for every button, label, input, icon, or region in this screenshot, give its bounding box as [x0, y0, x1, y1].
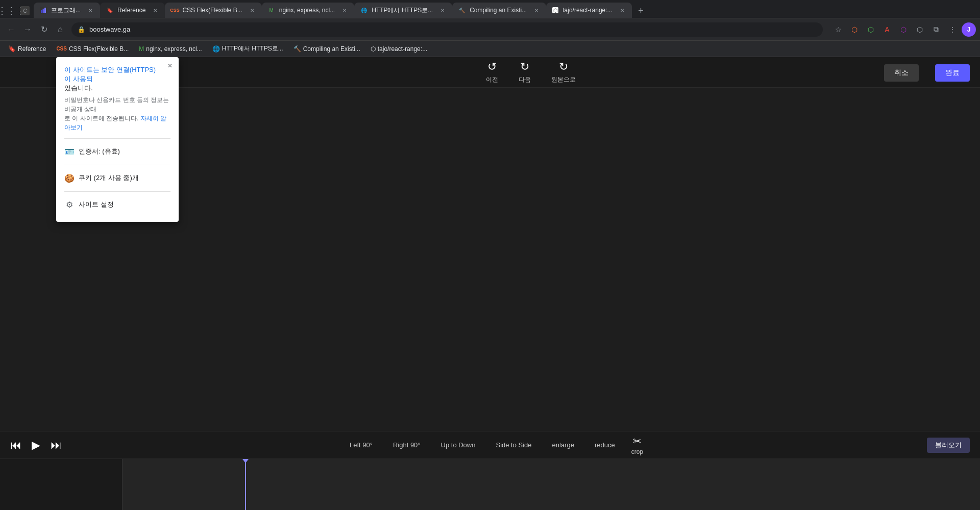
extension3-icon[interactable]: A: [880, 22, 894, 37]
tab-close-reference[interactable]: ✕: [152, 7, 159, 14]
bookmark-tajo[interactable]: ⬡ tajo/react-range:...: [366, 43, 431, 55]
popup-description: 비밀번호나 신용카드 번호 등의 정보는 비공개 상태 로 이 사이트에 전송됩…: [64, 95, 170, 132]
menu-icon[interactable]: ⋮: [945, 22, 960, 37]
svg-rect-3: [44, 8, 46, 13]
tab-close-nginx[interactable]: ✕: [341, 7, 348, 14]
bookmark-https[interactable]: 🌐 HTTP에서 HTTPS로...: [208, 42, 287, 55]
security-lock-icon[interactable]: 🔒: [78, 26, 85, 33]
playback-speed-button[interactable]: 블러오기: [927, 438, 970, 453]
bookmark-reference-icon: 🔖: [8, 45, 16, 53]
profile-avatar[interactable]: J: [962, 22, 976, 37]
tab-compiling[interactable]: 🔨 Compiling an Existi... ✕: [452, 3, 546, 18]
player-right: 블러오기: [927, 438, 970, 453]
timeline: [0, 459, 980, 510]
tab-favicon-reference: 🔖: [106, 7, 113, 14]
popup-site-settings-label: 사이트 설정: [79, 200, 170, 209]
timeline-track[interactable]: [122, 459, 980, 510]
next-control[interactable]: ↻ 다음: [519, 60, 531, 84]
skip-forward-button[interactable]: ⏭: [51, 439, 62, 452]
url-display: boostwave.ga: [89, 26, 817, 33]
prev-icon: ↺: [487, 60, 497, 73]
cookie-icon: 🍪: [64, 173, 75, 183]
editor-tools: Left 90° Right 90° Up to Down Side to Si…: [62, 435, 927, 455]
bookmark-nginx[interactable]: M nginx, express, ncl...: [135, 43, 206, 55]
apps-icon[interactable]: ⋮⋮⋮: [4, 4, 18, 18]
toolbar: ← → ↻ ⌂ 🔒 boostwave.ga ☆ ⬡ ⬡ A ⬡ ⬡ ⧉ ⋮ J: [0, 18, 980, 41]
extension4-icon[interactable]: ⬡: [896, 22, 911, 37]
extensions-icon[interactable]: ⧉: [929, 22, 943, 37]
side-to-side-tool[interactable]: Side to Side: [492, 439, 535, 451]
bookmark-icon[interactable]: ☆: [831, 22, 845, 37]
tab-label-nginx: nginx, express, ncl...: [279, 7, 335, 14]
prev-control[interactable]: ↺ 이전: [486, 60, 498, 84]
bookmark-reference[interactable]: 🔖 Reference: [4, 43, 50, 55]
svg-rect-1: [41, 10, 42, 13]
popup-divider-1: [64, 138, 170, 139]
tab-css[interactable]: CSS CSS Flex(Flexible B... ✕: [165, 3, 261, 18]
play-pause-button[interactable]: ▶: [32, 439, 40, 452]
content-area: ↺ 이전 ↻ 다음 ↻ 원본으로 취소 완료 ✕ 이 사이트는 보안 연결(HT…: [0, 57, 980, 510]
reload-button[interactable]: ↻: [37, 22, 51, 37]
tab-favicon-compiling: 🔨: [458, 7, 465, 14]
tab-close-programs[interactable]: ✕: [87, 7, 94, 14]
popup-cookie-item[interactable]: 🍪 쿠키 (2개 사용 중)개: [64, 169, 170, 187]
enlarge-tool[interactable]: enlarge: [548, 439, 578, 451]
bookmark-nginx-icon: M: [139, 45, 144, 53]
tab-close-https[interactable]: ✕: [439, 7, 446, 14]
bookmark-css[interactable]: CSS CSS Flex(Flexible B...: [52, 43, 133, 55]
up-to-down-tool[interactable]: Up to Down: [437, 439, 480, 451]
settings-icon: ⚙: [64, 200, 75, 210]
extension5-icon[interactable]: ⬡: [913, 22, 927, 37]
cancel-button[interactable]: 취소: [884, 64, 919, 82]
next-icon: ↻: [520, 60, 529, 73]
bookmark-compiling-label: Compiling an Existi...: [303, 45, 360, 53]
bookmark-nginx-label: nginx, express, ncl...: [146, 45, 202, 53]
bookmark-compiling-icon: 🔨: [293, 45, 301, 53]
extension2-icon[interactable]: ⬡: [864, 22, 878, 37]
next-label: 다음: [519, 75, 531, 84]
original-control[interactable]: ↻ 원본으로: [551, 60, 576, 84]
tab-close-tajo[interactable]: ✕: [619, 7, 626, 14]
tab-reference[interactable]: 🔖 Reference ✕: [100, 3, 165, 18]
skip-back-button[interactable]: ⏮: [10, 439, 21, 452]
tab-close-compiling[interactable]: ✕: [533, 7, 540, 14]
bookmark-https-icon: 🌐: [212, 45, 220, 53]
tab-https[interactable]: 🌐 HTTP에서 HTTPS로... ✕: [354, 3, 452, 18]
tab-programs[interactable]: 프로그래... ✕: [34, 3, 100, 18]
bookmark-compiling[interactable]: 🔨 Compiling an Existi...: [289, 43, 364, 55]
tab-close-css[interactable]: ✕: [249, 7, 256, 14]
forward-button[interactable]: →: [20, 22, 35, 37]
crop-tool[interactable]: ✂ crop: [631, 435, 643, 455]
extension1-icon[interactable]: ⬡: [847, 22, 862, 37]
bookmark-reference-label: Reference: [18, 45, 46, 53]
bookmark-css-label: CSS Flex(Flexible B...: [69, 45, 129, 53]
omnibar[interactable]: 🔒 boostwave.ga: [71, 22, 823, 37]
bookmark-tajo-icon: ⬡: [371, 45, 376, 53]
popup-header: 이 사이트는 보안 연결(HTTPS)이 사용되 었습니다.: [64, 65, 170, 93]
prev-label: 이전: [486, 75, 498, 84]
left90-tool[interactable]: Left 90°: [346, 439, 377, 451]
original-label: 원본으로: [551, 75, 576, 84]
tab-tajo[interactable]: ⬡ tajo/react-range:... ✕: [546, 3, 631, 18]
tab-nginx[interactable]: M nginx, express, ncl... ✕: [262, 3, 354, 18]
popup-site-settings-item[interactable]: ⚙ 사이트 설정: [64, 196, 170, 214]
right90-tool[interactable]: Right 90°: [389, 439, 425, 451]
reduce-tool[interactable]: reduce: [591, 439, 619, 451]
cert-icon: 🪪: [64, 147, 75, 157]
popup-close-button[interactable]: ✕: [165, 61, 175, 70]
popup-header-line2: 었습니다.: [64, 84, 93, 92]
crop-label: crop: [631, 448, 643, 455]
home-button[interactable]: ⌂: [53, 22, 67, 37]
tab-label-css: CSS Flex(Flexible B...: [182, 7, 242, 14]
original-icon: ↻: [559, 60, 568, 73]
done-button[interactable]: 완료: [935, 64, 970, 82]
popup-divider-2: [64, 165, 170, 165]
tab-favicon-tajo: ⬡: [552, 7, 558, 13]
popup-cert-item[interactable]: 🪪 인증서: (유효): [64, 143, 170, 161]
chrome-icon: C: [20, 6, 30, 15]
new-tab-button[interactable]: +: [634, 4, 648, 18]
back-button[interactable]: ←: [4, 22, 18, 37]
crop-icon: ✂: [633, 435, 642, 447]
bookmark-https-label: HTTP에서 HTTPS로...: [222, 44, 283, 53]
popup-cookie-label: 쿠키 (2개 사용 중)개: [79, 173, 170, 183]
